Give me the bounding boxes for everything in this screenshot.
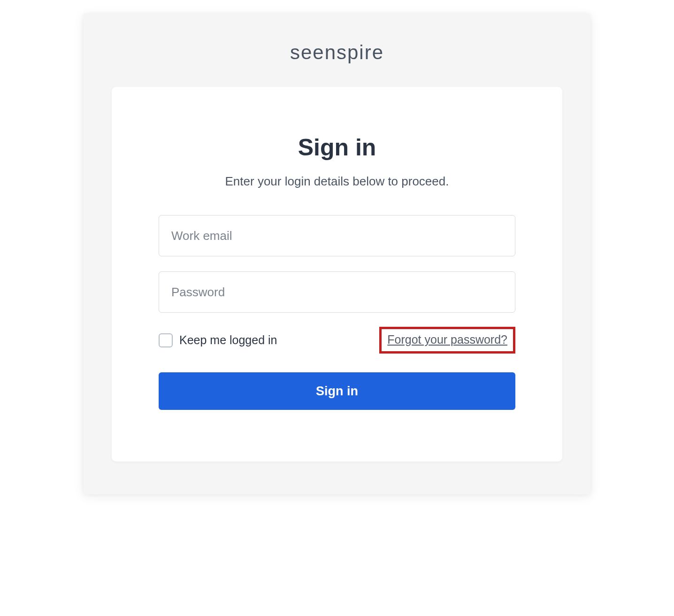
- signin-heading: Sign in: [159, 134, 515, 161]
- password-input[interactable]: [159, 271, 515, 313]
- signin-button[interactable]: Sign in: [159, 372, 515, 410]
- keep-logged-in-wrap[interactable]: Keep me logged in: [159, 333, 277, 347]
- signin-card: Sign in Enter your login details below t…: [112, 87, 562, 462]
- keep-logged-in-checkbox[interactable]: [159, 333, 173, 347]
- keep-logged-in-label: Keep me logged in: [179, 333, 277, 347]
- work-email-input[interactable]: [159, 215, 515, 256]
- page-container: seenspire Sign in Enter your login detai…: [84, 14, 590, 494]
- signin-subheading: Enter your login details below to procee…: [159, 174, 515, 189]
- options-row: Keep me logged in Forgot your password?: [159, 327, 515, 354]
- forgot-password-highlight: Forgot your password?: [379, 327, 515, 354]
- forgot-password-link[interactable]: Forgot your password?: [387, 333, 507, 346]
- brand-logo: seenspire: [112, 42, 562, 66]
- seenspire-logo-icon: seenspire: [267, 42, 407, 64]
- svg-text:seenspire: seenspire: [290, 42, 384, 63]
